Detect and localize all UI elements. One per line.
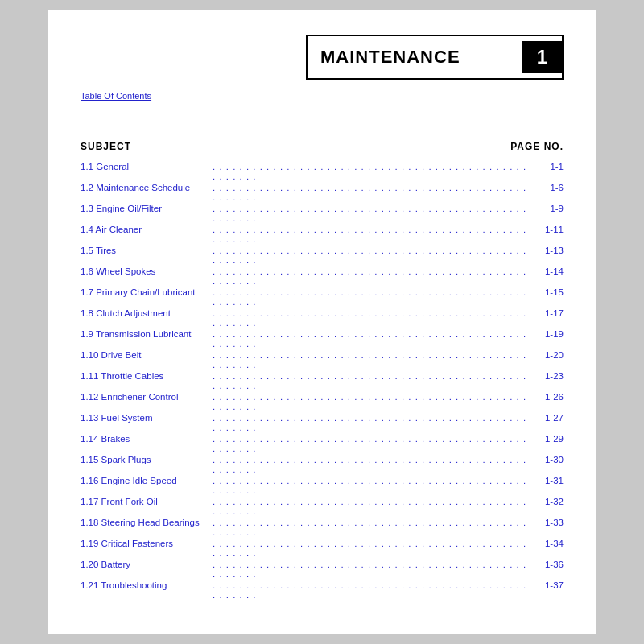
toc-page: 1-34 [535, 539, 564, 548]
toc-row[interactable]: 1.9 Transmission Lubricant. . . . . . . … [80, 329, 564, 349]
toc-page: 1-20 [535, 350, 564, 360]
toc-dots: . . . . . . . . . . . . . . . . . . . . … [213, 204, 532, 223]
toc-dots: . . . . . . . . . . . . . . . . . . . . … [213, 476, 532, 495]
toc-page: 1-29 [535, 434, 564, 444]
toc-row[interactable]: 1.13 Fuel System. . . . . . . . . . . . … [80, 413, 564, 432]
toc-dots: . . . . . . . . . . . . . . . . . . . . … [213, 308, 532, 328]
toc-page: 1-32 [535, 497, 564, 506]
toc-subject: 1.6 Wheel Spokes [80, 266, 209, 276]
toc-row[interactable]: 1.21 Troubleshooting. . . . . . . . . . … [80, 580, 564, 600]
toc-page: 1-11 [535, 225, 564, 234]
toc-row[interactable]: 1.4 Air Cleaner. . . . . . . . . . . . .… [80, 225, 564, 244]
toc-dots: . . . . . . . . . . . . . . . . . . . . … [213, 183, 532, 202]
toc-dots: . . . . . . . . . . . . . . . . . . . . … [213, 413, 532, 432]
toc-row[interactable]: 1.17 Front Fork Oil. . . . . . . . . . .… [80, 497, 564, 516]
toc-subject: 1.2 Maintenance Schedule [80, 183, 209, 192]
toc-row[interactable]: 1.3 Engine Oil/Filter. . . . . . . . . .… [80, 204, 564, 223]
toc-row[interactable]: 1.14 Brakes. . . . . . . . . . . . . . .… [80, 434, 564, 453]
toc-page: 1-19 [535, 329, 564, 339]
toc-page: 1-26 [535, 392, 564, 402]
toc-subject: 1.15 Spark Plugs [80, 455, 209, 464]
toc-dots: . . . . . . . . . . . . . . . . . . . . … [213, 329, 532, 349]
toc-dots: . . . . . . . . . . . . . . . . . . . . … [213, 497, 532, 516]
toc-subject: 1.12 Enrichener Control [80, 392, 209, 402]
toc-row[interactable]: 1.12 Enrichener Control. . . . . . . . .… [80, 392, 564, 411]
toc-row[interactable]: 1.8 Clutch Adjustment. . . . . . . . . .… [80, 308, 564, 328]
toc-subject: 1.14 Brakes [80, 434, 209, 444]
toc-dots: . . . . . . . . . . . . . . . . . . . . … [213, 580, 532, 600]
toc-subject: 1.5 Tires [80, 246, 209, 255]
toc-link[interactable]: Table Of Contents [80, 91, 151, 101]
toc-subject: 1.20 Battery [80, 559, 209, 569]
toc-page: 1-13 [535, 246, 564, 255]
toc-subject: 1.10 Drive Belt [80, 350, 209, 360]
toc-page: 1-36 [535, 559, 564, 569]
toc-subject: 1.16 Engine Idle Speed [80, 476, 209, 485]
toc-page: 1-37 [535, 580, 564, 590]
toc-dots: . . . . . . . . . . . . . . . . . . . . … [213, 287, 532, 307]
toc-page: 1-17 [535, 308, 564, 318]
toc-row[interactable]: 1.10 Drive Belt. . . . . . . . . . . . .… [80, 350, 564, 369]
toc-page: 1-27 [535, 413, 564, 423]
toc-page: 1-23 [535, 371, 564, 381]
toc-subject: 1.11 Throttle Cables [80, 371, 209, 381]
toc-page: 1-14 [535, 266, 564, 276]
maintenance-number: 1 [522, 41, 562, 73]
toc-subject: 1.9 Transmission Lubricant [80, 329, 209, 339]
toc-subject: 1.13 Fuel System [80, 413, 209, 423]
toc-dots: . . . . . . . . . . . . . . . . . . . . … [213, 162, 532, 181]
toc-page: 1-15 [535, 287, 564, 297]
subject-label: SUBJECT [80, 141, 131, 152]
toc-dots: . . . . . . . . . . . . . . . . . . . . … [213, 392, 532, 411]
page: MAINTENANCE 1 Table Of Contents SUBJECT … [48, 10, 596, 634]
toc-dots: . . . . . . . . . . . . . . . . . . . . … [213, 371, 532, 390]
toc-subject: 1.4 Air Cleaner [80, 225, 209, 234]
subject-header: SUBJECT PAGE NO. [80, 141, 564, 152]
toc-subject: 1.1 General [80, 162, 209, 171]
toc-dots: . . . . . . . . . . . . . . . . . . . . … [213, 455, 532, 474]
maintenance-box: MAINTENANCE 1 [306, 35, 564, 80]
toc-row[interactable]: 1.11 Throttle Cables. . . . . . . . . . … [80, 371, 564, 390]
header-area: MAINTENANCE 1 [80, 35, 564, 80]
toc-row[interactable]: 1.2 Maintenance Schedule. . . . . . . . … [80, 183, 564, 202]
toc-dots: . . . . . . . . . . . . . . . . . . . . … [213, 225, 532, 244]
toc-page: 1-33 [535, 518, 564, 527]
toc-subject: 1.7 Primary Chain/Lubricant [80, 287, 209, 297]
toc-page: 1-30 [535, 455, 564, 464]
toc-subject: 1.18 Steering Head Bearings [80, 518, 209, 527]
toc-page: 1-9 [535, 204, 564, 213]
toc-page: 1-6 [535, 183, 564, 192]
toc-subject: 1.19 Critical Fasteners [80, 539, 209, 548]
toc-row[interactable]: 1.20 Battery. . . . . . . . . . . . . . … [80, 559, 564, 579]
toc-dots: . . . . . . . . . . . . . . . . . . . . … [213, 350, 532, 369]
page-no-label: PAGE NO. [510, 141, 564, 152]
toc-subject: 1.8 Clutch Adjustment [80, 308, 209, 318]
toc-row[interactable]: 1.6 Wheel Spokes. . . . . . . . . . . . … [80, 266, 564, 286]
toc-entries: 1.1 General. . . . . . . . . . . . . . .… [80, 162, 564, 600]
toc-page: 1-1 [535, 162, 564, 171]
toc-subject: 1.3 Engine Oil/Filter [80, 204, 209, 213]
toc-row[interactable]: 1.5 Tires. . . . . . . . . . . . . . . .… [80, 246, 564, 265]
toc-row[interactable]: 1.19 Critical Fasteners. . . . . . . . .… [80, 539, 564, 558]
toc-subject: 1.21 Troubleshooting [80, 580, 209, 590]
toc-row[interactable]: 1.15 Spark Plugs. . . . . . . . . . . . … [80, 455, 564, 474]
toc-page: 1-31 [535, 476, 564, 485]
toc-dots: . . . . . . . . . . . . . . . . . . . . … [213, 266, 532, 286]
toc-dots: . . . . . . . . . . . . . . . . . . . . … [213, 246, 532, 265]
toc-dots: . . . . . . . . . . . . . . . . . . . . … [213, 559, 532, 579]
toc-dots: . . . . . . . . . . . . . . . . . . . . … [213, 434, 532, 453]
toc-row[interactable]: 1.1 General. . . . . . . . . . . . . . .… [80, 162, 564, 181]
toc-row[interactable]: 1.16 Engine Idle Speed. . . . . . . . . … [80, 476, 564, 495]
toc-subject: 1.17 Front Fork Oil [80, 497, 209, 506]
toc-dots: . . . . . . . . . . . . . . . . . . . . … [213, 518, 532, 537]
toc-row[interactable]: 1.18 Steering Head Bearings. . . . . . .… [80, 518, 564, 537]
toc-row[interactable]: 1.7 Primary Chain/Lubricant. . . . . . .… [80, 287, 564, 307]
toc-dots: . . . . . . . . . . . . . . . . . . . . … [213, 539, 532, 558]
maintenance-title: MAINTENANCE [320, 47, 506, 68]
